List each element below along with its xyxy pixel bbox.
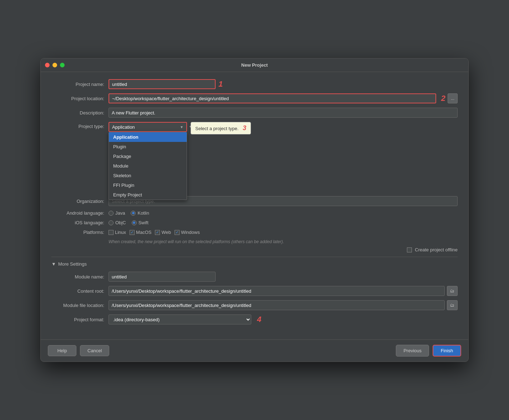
dropdown-item-ffi-plugin[interactable]: FFI Plugin [109,180,187,190]
dropdown-item-empty-project[interactable]: Empty Project [109,190,187,200]
project-name-input[interactable] [109,79,216,89]
project-type-dropdown-container: Application ▼ Application Plugin Package… [109,122,187,132]
ios-language-label: iOS language: [51,220,109,225]
dropdown-item-skeleton[interactable]: Skeleton [109,171,187,180]
swift-radio[interactable] [132,220,137,225]
bottom-bar: Help Cancel Previous Finish [41,339,468,362]
module-name-row: Module name: [51,272,458,282]
project-format-label: Project format: [51,317,109,322]
finish-button[interactable]: Finish [433,345,461,357]
project-name-label: Project name: [51,82,109,87]
cancel-button[interactable]: Cancel [80,345,109,356]
module-name-input[interactable] [109,272,216,282]
form-content: Project name: 1 Project location: 2 ... … [41,72,468,336]
btn-left: Help Cancel [48,345,109,356]
android-language-group: Java Kotlin [109,210,458,216]
dropdown-item-package[interactable]: Package [109,152,187,161]
previous-button[interactable]: Previous [396,345,429,357]
content-root-input[interactable] [109,286,445,296]
help-button[interactable]: Help [48,345,76,356]
platforms-row: Platforms: Linux ✓ MacOS ✓ Web ✓ Windows [51,230,458,235]
annotation-4: 4 [257,315,261,324]
project-format-container: .idea (directory-based) .ipr (file-based… [109,314,458,324]
chevron-down-icon: ▼ [51,261,56,267]
offline-row: Create project offline [51,247,458,252]
project-location-input[interactable] [109,93,436,103]
ios-language-objc[interactable]: ObjC [109,220,126,225]
offline-label: Create project offline [415,247,458,252]
traffic-lights [45,63,65,67]
android-language-label: Android language: [51,210,109,216]
offline-checkbox[interactable] [407,247,412,252]
kotlin-label: Kotlin [137,210,149,216]
dropdown-item-application[interactable]: Application [109,132,187,142]
project-name-row: Project name: 1 [51,79,458,89]
project-type-label: Project type: [51,122,109,129]
browse-button[interactable]: ... [448,93,458,103]
android-language-kotlin[interactable]: Kotlin [131,210,149,216]
objc-radio[interactable] [109,220,114,225]
module-file-location-input[interactable] [109,300,445,310]
annotation-3: 3 [243,124,246,132]
ios-language-swift[interactable]: Swift [132,220,148,225]
description-row: Description: [51,108,458,118]
main-window: New Project Project name: 1 Project loca… [40,58,469,362]
btn-right: Previous Finish [396,345,461,357]
project-type-selected-value: Application [112,124,135,130]
project-format-row: Project format: .idea (directory-based) … [51,314,458,324]
android-language-row: Android language: Java Kotlin [51,210,458,216]
android-language-java[interactable]: Java [109,210,125,216]
more-settings-label: More Settings [58,261,87,267]
ios-language-group: ObjC Swift [109,220,458,225]
dropdown-item-module[interactable]: Module [109,161,187,171]
minimize-button[interactable] [52,63,57,67]
platforms-note: When created, the new project will run o… [51,239,458,244]
windows-label: Windows [181,230,200,235]
annotation-2: 2 [441,94,445,103]
web-checkbox[interactable]: ✓ [155,230,160,235]
kotlin-radio[interactable] [131,211,136,216]
description-input[interactable] [109,108,458,118]
project-format-select[interactable]: .idea (directory-based) .ipr (file-based… [109,314,251,324]
web-label: Web [161,230,171,235]
windows-checkbox[interactable]: ✓ [175,230,180,235]
module-file-location-row: Module file location: 🗂 [51,300,458,310]
platforms-checkboxes: Linux ✓ MacOS ✓ Web ✓ Windows [109,230,458,235]
ios-language-row: iOS language: ObjC Swift [51,220,458,225]
module-file-browse-button[interactable]: 🗂 [447,300,458,310]
content-root-browse-button[interactable]: 🗂 [447,286,458,296]
window-title: New Project [241,62,268,68]
more-settings-toggle[interactable]: ▼ More Settings [51,261,458,267]
annotation-1: 1 [218,80,223,89]
project-type-dropdown-button[interactable]: Application ▼ [109,122,187,132]
swift-label: Swift [138,220,148,225]
platform-macos[interactable]: ✓ MacOS [130,230,151,235]
platforms-label: Platforms: [51,230,109,235]
macos-label: MacOS [136,230,151,235]
module-name-label: Module name: [51,274,109,280]
content-root-location-row: 🗂 [109,286,458,296]
description-label: Description: [51,110,109,116]
location-row: 2 ... [109,93,458,103]
project-type-dropdown-menu: Application Plugin Package Module Skelet… [109,132,187,200]
project-location-row: Project location: 2 ... [51,93,458,103]
java-radio[interactable] [109,211,114,216]
macos-checkbox[interactable]: ✓ [130,230,135,235]
linux-label: Linux [115,230,126,235]
organization-label: Organization: [51,199,109,204]
linux-checkbox[interactable] [109,230,114,235]
close-button[interactable] [45,63,50,67]
module-file-location-label: Module file location: [51,303,109,308]
dropdown-item-plugin[interactable]: Plugin [109,142,187,152]
platform-linux[interactable]: Linux [109,230,126,235]
module-file-location-row-inner: 🗂 [109,300,458,310]
platform-windows[interactable]: ✓ Windows [175,230,200,235]
project-type-row: Project type: Application ▼ Application … [51,122,458,132]
titlebar: New Project [41,58,468,72]
maximize-button[interactable] [60,63,65,67]
content-root-label: Content root: [51,288,109,294]
project-type-tooltip: Select a project type. 3 [191,122,251,134]
platform-web[interactable]: ✓ Web [155,230,171,235]
project-location-label: Project location: [51,96,109,101]
more-settings-section: ▼ More Settings Module name: Content roo… [51,257,458,324]
